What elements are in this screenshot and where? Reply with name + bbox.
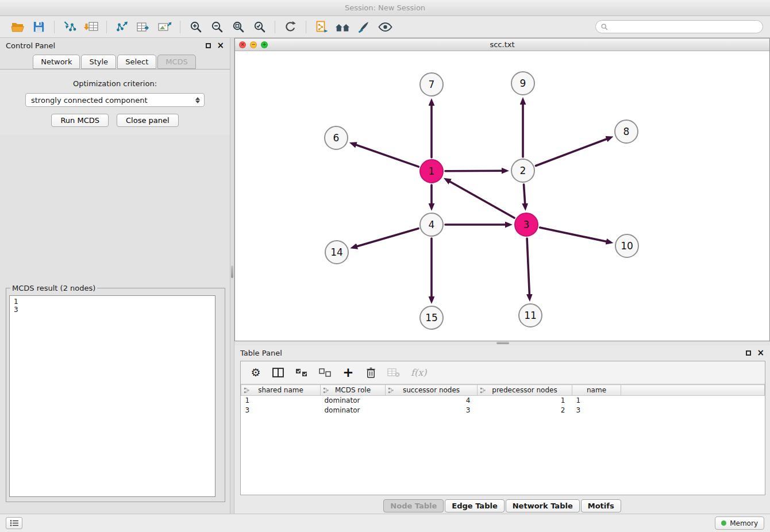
column-header-name[interactable]: name <box>572 385 621 396</box>
splitter-grip[interactable] <box>231 265 233 278</box>
graph-node-6[interactable]: 6 <box>325 126 348 149</box>
vertical-splitter[interactable] <box>230 38 234 514</box>
table-row[interactable]: 1 dominator 4 1 1 <box>241 396 765 406</box>
graph-node-9[interactable]: 9 <box>511 72 534 95</box>
save-session-button[interactable] <box>28 18 49 36</box>
show-columns-button[interactable] <box>272 365 284 380</box>
import-network-button[interactable] <box>59 18 80 36</box>
graph-edge-1-6[interactable] <box>356 145 418 167</box>
graph-node-10[interactable]: 10 <box>615 234 638 257</box>
horizontal-splitter[interactable] <box>234 341 770 345</box>
close-panel-icon[interactable]: × <box>757 349 764 357</box>
zoom-in-button[interactable] <box>185 18 206 36</box>
graph-node-3[interactable]: 3 <box>515 213 538 236</box>
attribute-icon <box>388 387 394 394</box>
graph-node-14[interactable]: 14 <box>325 241 348 264</box>
search-input[interactable] <box>611 23 758 31</box>
graph-node-4[interactable]: 4 <box>420 213 443 236</box>
column-header-predecessor-nodes[interactable]: predecessor nodes <box>478 385 572 396</box>
column-header-mcds-role[interactable]: MCDS role <box>321 385 386 396</box>
zoom-in-icon <box>188 20 203 34</box>
window-minimize-icon[interactable]: − <box>250 41 257 48</box>
run-mcds-button[interactable]: Run MCDS <box>51 114 109 127</box>
memory-button[interactable]: Memory <box>715 516 764 530</box>
mcds-tab-content: Optimization criterion: strongly connect… <box>0 69 230 135</box>
mcds-result-list[interactable]: 1 3 <box>9 295 215 497</box>
window-close-icon[interactable]: × <box>239 41 246 48</box>
window-zoom-icon[interactable]: + <box>261 41 268 48</box>
table-panel: Table Panel × ⚙ <box>234 345 770 514</box>
task-history-button[interactable] <box>6 517 22 529</box>
graph-edge-4-14[interactable] <box>357 229 418 246</box>
graph-edge-3-11[interactable] <box>527 238 529 295</box>
eye-icon <box>378 20 393 34</box>
svg-text:15: 15 <box>425 312 438 323</box>
svg-text:6: 6 <box>333 132 340 144</box>
export-image-icon <box>157 20 172 34</box>
table-toolbar: ⚙ + <box>241 361 765 384</box>
float-panel-icon[interactable] <box>206 43 211 48</box>
toolbar-separator <box>106 21 107 33</box>
table-settings-button[interactable]: ⚙ <box>250 365 261 380</box>
graph-edge-2-8[interactable] <box>536 139 607 166</box>
zoom-fit-button[interactable] <box>228 18 249 36</box>
tab-mcds[interactable]: MCDS <box>157 55 196 69</box>
graph-node-15[interactable]: 15 <box>420 306 443 329</box>
toolbar-separator <box>275 21 275 33</box>
graph-edge-2-3[interactable] <box>524 184 525 204</box>
splitter-grip[interactable] <box>496 342 509 344</box>
graph-node-2[interactable]: 2 <box>511 159 534 182</box>
columns-icon <box>272 367 284 378</box>
graph-node-1[interactable]: 1 <box>420 160 443 183</box>
export-image-button[interactable] <box>154 18 175 36</box>
refresh-button[interactable] <box>280 18 301 36</box>
main-toolbar <box>0 16 770 38</box>
table-panel-tabs: Node Table Edge Table Network Table Moti… <box>234 498 770 514</box>
select-all-button[interactable] <box>295 365 308 380</box>
graph-edge-3-10[interactable] <box>540 228 607 242</box>
network-graph[interactable]: 7968124314101511 <box>235 51 769 341</box>
show-hide-button[interactable] <box>375 18 396 36</box>
table-row[interactable]: 3 dominator 3 2 3 <box>241 406 765 415</box>
tab-motifs[interactable]: Motifs <box>581 499 621 512</box>
graph-edge-3-1[interactable] <box>449 182 514 218</box>
delete-row-button[interactable] <box>365 365 376 380</box>
delete-table-icon <box>387 368 400 377</box>
apply-layout-button[interactable] <box>311 18 332 36</box>
graph-node-7[interactable]: 7 <box>420 73 443 96</box>
zoom-out-button[interactable] <box>206 18 228 36</box>
graph-node-8[interactable]: 8 <box>615 120 638 143</box>
graph-node-11[interactable]: 11 <box>519 304 542 327</box>
graph-edge-1-2[interactable] <box>445 171 502 171</box>
network-window-title: scc.txt <box>235 40 769 49</box>
export-table-button[interactable] <box>133 18 154 36</box>
zoom-selected-button[interactable] <box>249 18 270 36</box>
table-panel-header: Table Panel × <box>234 345 770 360</box>
main-area: Control Panel × Network Style Select MCD… <box>0 38 770 514</box>
tab-network-table[interactable]: Network Table <box>506 499 580 512</box>
import-table-button[interactable] <box>80 18 102 36</box>
export-network-button[interactable] <box>111 18 133 36</box>
network-canvas[interactable]: 7968124314101511 <box>235 51 769 341</box>
tab-style[interactable]: Style <box>81 55 116 69</box>
float-panel-icon[interactable] <box>746 350 751 356</box>
column-header-shared-name[interactable]: shared name <box>241 385 321 396</box>
tab-edge-table[interactable]: Edge Table <box>445 499 504 512</box>
optimization-criterion-label: Optimization criterion: <box>0 79 230 88</box>
tab-select[interactable]: Select <box>117 55 156 69</box>
import-network-icon <box>63 20 77 34</box>
search-box[interactable] <box>595 20 763 33</box>
tab-network[interactable]: Network <box>33 55 80 69</box>
home-button[interactable] <box>332 18 353 36</box>
add-row-button[interactable]: + <box>342 365 354 380</box>
style-brush-button[interactable] <box>353 18 375 36</box>
window-titlebar: Session: New Session <box>0 0 770 16</box>
close-panel-button[interactable]: Close panel <box>117 114 179 127</box>
delete-table-button-disabled <box>387 365 400 380</box>
column-header-successor-nodes[interactable]: successor nodes <box>386 385 478 396</box>
tab-node-table[interactable]: Node Table <box>383 499 444 512</box>
deselect-all-button[interactable] <box>319 365 332 380</box>
close-panel-icon[interactable]: × <box>217 41 224 50</box>
criterion-dropdown[interactable]: strongly connected component <box>25 93 205 107</box>
open-session-button[interactable] <box>7 18 28 36</box>
